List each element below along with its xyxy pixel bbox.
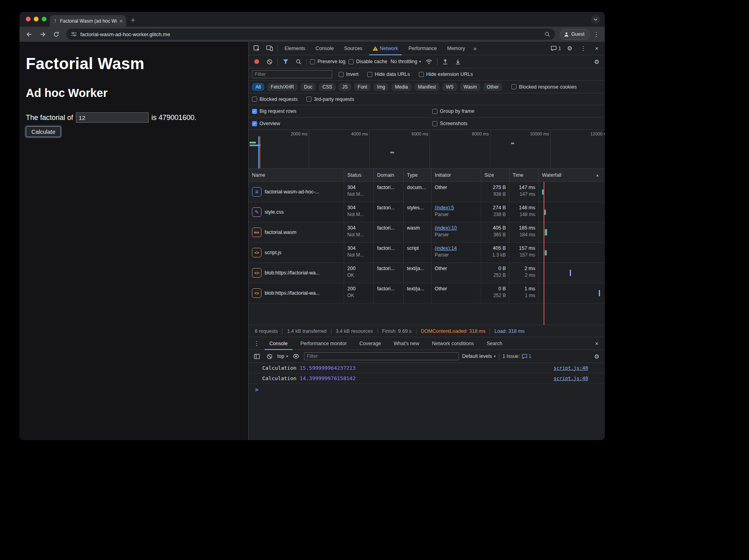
export-har-button[interactable] <box>453 57 463 66</box>
close-window-button[interactable] <box>26 17 31 21</box>
forward-button[interactable] <box>37 29 48 40</box>
column-header-waterfall[interactable]: Waterfall ▲ <box>539 169 605 182</box>
checkbox-blocked-requests[interactable]: Blocked requests <box>252 97 298 102</box>
drawer-tab-coverage[interactable]: Coverage <box>355 337 386 350</box>
table-row-script[interactable]: <> script.js 304Not M... factori... scri… <box>249 243 605 263</box>
filter-chip-other[interactable]: Other <box>483 83 502 91</box>
throttling-select[interactable]: No throttling ▾ <box>391 59 421 64</box>
table-row-wasm[interactable]: WA factorial.wasm 304Not M... factori...… <box>249 222 605 243</box>
network-overview-timeline[interactable]: 2000 ms 4000 ms 6000 ms 8000 ms 10000 ms… <box>249 130 605 169</box>
calculate-button[interactable]: Calculate <box>26 126 61 137</box>
filter-toggle-button[interactable] <box>281 57 290 66</box>
more-tabs-button[interactable]: » <box>472 45 478 52</box>
checkbox-big-request-rows[interactable]: Big request rows <box>252 108 296 114</box>
console-prompt[interactable]: > <box>249 384 605 393</box>
column-header-name[interactable]: Name <box>249 169 344 182</box>
drawer-menu-button[interactable]: ⋮ <box>252 339 261 348</box>
tab-memory[interactable]: Memory <box>443 42 468 55</box>
filter-chip-manifest[interactable]: Manifest <box>414 83 439 91</box>
filter-chip-ws[interactable]: WS <box>442 83 457 91</box>
network-settings-button[interactable]: ⚙ <box>592 57 602 66</box>
tab-sources[interactable]: Sources <box>341 42 366 55</box>
console-issues-button[interactable]: 1 Issue: 1 <box>503 353 532 359</box>
minimize-window-button[interactable] <box>34 17 39 21</box>
network-conditions-button[interactable] <box>424 57 434 66</box>
zoom-button[interactable] <box>544 31 550 37</box>
tab-console[interactable]: Console <box>312 42 337 55</box>
column-header-domain[interactable]: Domain <box>374 169 404 182</box>
new-tab-button[interactable]: + <box>131 16 135 24</box>
filter-chip-wasm[interactable]: Wasm <box>460 83 481 91</box>
table-row-stylesheet[interactable]: ✎ style.css 304Not M... factori... style… <box>249 202 605 222</box>
table-row-blob-1[interactable]: <> blob:https://factorial-wa... 200OK fa… <box>249 263 605 283</box>
drawer-tab-whats-new[interactable]: What's new <box>389 337 424 350</box>
source-link[interactable]: script.js:40 <box>554 365 588 371</box>
table-row-document[interactable]: ≡ factorial-wasm-ad-hoc-... 304Not M... … <box>249 182 605 202</box>
devtools-close-button[interactable]: × <box>592 44 602 53</box>
tab-close-icon[interactable]: × <box>119 18 123 24</box>
console-sidebar-toggle-button[interactable] <box>252 351 261 361</box>
reload-button[interactable] <box>50 29 62 40</box>
initiator-link[interactable]: (index):5 <box>435 204 478 211</box>
checkbox-blocked-response-cookies[interactable]: Blocked response cookies <box>511 84 577 90</box>
profile-button[interactable]: Guest <box>560 29 590 40</box>
filter-chip-all[interactable]: All <box>252 83 264 91</box>
browser-menu-button[interactable]: ⋮ <box>592 31 601 37</box>
column-header-initiator[interactable]: Initiator <box>432 169 481 182</box>
checkbox-hide-data-urls[interactable]: Hide data URLs <box>367 71 410 77</box>
checkbox-group-by-frame[interactable]: Group by frame <box>432 108 474 114</box>
site-settings-icon[interactable] <box>71 32 77 37</box>
checkbox-screenshots[interactable]: Screenshots <box>432 121 467 126</box>
network-filter-input[interactable] <box>252 70 332 78</box>
drawer-tab-console[interactable]: Console <box>265 337 292 350</box>
record-network-log-button[interactable] <box>252 57 261 66</box>
factorial-input[interactable] <box>76 112 149 123</box>
address-bar[interactable]: factorial-wasm-ad-hoc-worker.glitch.me <box>66 29 555 40</box>
inspect-element-button[interactable] <box>252 44 261 53</box>
clear-console-button[interactable] <box>265 351 274 361</box>
filter-chip-fetch-xhr[interactable]: Fetch/XHR <box>267 83 298 91</box>
console-context-select[interactable]: top ▾ <box>277 353 288 359</box>
filter-chip-js[interactable]: JS <box>339 83 351 91</box>
source-link[interactable]: script.js:40 <box>554 376 588 381</box>
console-settings-button[interactable]: ⚙ <box>592 351 602 361</box>
log-levels-select[interactable]: Default levels ▾ <box>462 353 496 359</box>
drawer-close-button[interactable]: × <box>592 339 602 348</box>
devtools-settings-button[interactable]: ⚙ <box>565 44 575 53</box>
filter-chip-css[interactable]: CSS <box>319 83 336 91</box>
column-header-time[interactable]: Time <box>509 169 539 182</box>
checkbox-third-party-requests[interactable]: 3rd-party requests <box>306 97 354 102</box>
drawer-tab-performance-monitor[interactable]: Performance monitor <box>296 337 352 350</box>
drawer-tab-search[interactable]: Search <box>482 337 507 350</box>
column-header-status[interactable]: Status <box>344 169 374 182</box>
browser-tab[interactable]: ! Factorial Wasm (ad hoc Work × <box>50 15 126 27</box>
live-expression-button[interactable] <box>291 351 301 361</box>
network-search-button[interactable] <box>294 57 303 66</box>
checkbox-hide-extension-urls[interactable]: Hide extension URLs <box>419 71 473 77</box>
column-header-size[interactable]: Size <box>481 169 509 182</box>
console-filter-input[interactable] <box>304 352 459 360</box>
drawer-tab-network-conditions[interactable]: Network conditions <box>427 337 479 350</box>
tab-elements[interactable]: Elements <box>281 42 309 55</box>
device-toolbar-button[interactable] <box>265 44 274 53</box>
checkbox-disable-cache[interactable]: Disable cache <box>348 59 387 64</box>
checkbox-preserve-log[interactable]: Preserve log <box>310 59 345 64</box>
back-button[interactable] <box>23 29 35 40</box>
initiator-link[interactable]: (index):14 <box>435 245 478 252</box>
column-header-type[interactable]: Type <box>404 169 432 182</box>
initiator-link[interactable]: (index):10 <box>435 224 478 232</box>
filter-chip-font[interactable]: Font <box>354 83 371 91</box>
table-row-blob-2[interactable]: <> blob:https://factorial-wa... 200OK fa… <box>249 283 605 303</box>
filter-chip-img[interactable]: Img <box>374 83 389 91</box>
devtools-menu-button[interactable]: ⋮ <box>579 44 588 53</box>
checkbox-overview[interactable]: Overview <box>252 121 280 126</box>
filter-chip-doc[interactable]: Doc <box>300 83 316 91</box>
fullscreen-window-button[interactable] <box>42 17 46 21</box>
tab-performance[interactable]: Performance <box>405 42 441 55</box>
tab-network[interactable]: Network <box>369 42 402 55</box>
issues-counter-button[interactable]: 1 <box>551 46 561 51</box>
tab-search-button[interactable] <box>591 15 600 24</box>
import-har-button[interactable] <box>441 57 450 66</box>
checkbox-invert[interactable]: Invert <box>339 71 358 77</box>
clear-network-log-button[interactable] <box>265 57 274 66</box>
